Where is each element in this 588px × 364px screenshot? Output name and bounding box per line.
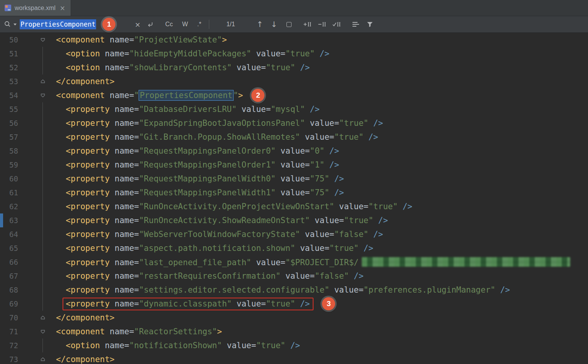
code-line[interactable]: 52 <option name="showLibraryContents" va… — [0, 61, 588, 74]
xml-file-icon — [5, 5, 11, 11]
newline-icon[interactable] — [147, 21, 154, 27]
toolbar-divider — [209, 20, 209, 29]
line-number: 69 — [0, 300, 18, 308]
fold-column — [18, 255, 56, 269]
fold-column — [18, 172, 56, 186]
editor-tab-bar: workspace.xml × — [0, 0, 588, 16]
line-number: 62 — [0, 202, 18, 211]
fold-column — [18, 283, 56, 297]
code-line[interactable]: 64 <property name="WebServerToolWindowFa… — [0, 227, 588, 241]
line-number: 54 — [0, 91, 18, 100]
search-results-list-icon[interactable] — [352, 22, 359, 27]
line-number: 68 — [0, 286, 18, 294]
search-icon[interactable] — [4, 20, 17, 28]
code-line[interactable]: 50<component name="ProjectViewState"> — [0, 33, 588, 47]
code-line[interactable]: 69 <property name="dynamic.classpath" va… — [0, 297, 588, 311]
code-line[interactable]: 54<component name="PropertiesComponent">… — [0, 88, 588, 102]
annotation-highlight-box: <property name="dynamic.classpath" value… — [63, 298, 313, 310]
redacted-path — [362, 257, 570, 267]
fold-column — [18, 144, 56, 158]
line-number: 72 — [0, 341, 18, 350]
whole-words-toggle[interactable]: W — [182, 21, 188, 28]
find-in-selection-icon[interactable] — [286, 22, 291, 27]
fold-column — [18, 130, 56, 144]
find-toolbar: PropertiesComponent 1 × Cc W .* 1/1 ↑ ↓ — [0, 16, 588, 33]
tab-workspace-xml[interactable]: workspace.xml × — [0, 0, 71, 16]
line-number: 57 — [0, 133, 18, 141]
code-line[interactable]: 53</component> — [0, 74, 588, 88]
line-number: 60 — [0, 174, 18, 183]
fold-column — [18, 213, 56, 227]
search-query-text: PropertiesComponent — [20, 19, 96, 29]
fold-column — [18, 158, 56, 172]
search-input[interactable]: PropertiesComponent 1 — [20, 18, 131, 30]
filter-icon[interactable] — [366, 21, 373, 27]
line-number: 71 — [0, 327, 18, 336]
code-line[interactable]: 62 <property name="RunOnceActivity.OpenP… — [0, 200, 588, 213]
fold-column — [18, 200, 56, 213]
annotation-badge-2: 2 — [251, 89, 264, 102]
match-case-toggle[interactable]: Cc — [165, 21, 173, 28]
line-number: 53 — [0, 77, 18, 86]
regex-toggle[interactable]: .* — [197, 21, 202, 28]
fold-column — [18, 102, 56, 116]
code-line[interactable]: 58 <property name="RequestMappingsPanelO… — [0, 144, 588, 158]
code-line[interactable]: 61 <property name="RequestMappingsPanelW… — [0, 186, 588, 200]
code-line[interactable]: 60 <property name="RequestMappingsPanelW… — [0, 172, 588, 186]
fold-column — [18, 339, 56, 352]
code-line[interactable]: 51 <option name="hideEmptyMiddlePackages… — [0, 47, 588, 61]
fold-column — [18, 227, 56, 241]
line-number: 58 — [0, 147, 18, 155]
fold-column — [18, 297, 56, 311]
line-number: 50 — [0, 36, 18, 44]
code-line[interactable]: 57 <property name="Git.Branch.Popup.Show… — [0, 130, 588, 144]
code-line[interactable]: 73</component> — [0, 352, 588, 364]
fold-column — [18, 269, 56, 283]
code-line[interactable]: 71<component name="ReactorSettings"> — [0, 325, 588, 339]
fold-column — [18, 186, 56, 200]
match-count: 1/1 — [226, 21, 235, 28]
line-number: 70 — [0, 313, 18, 322]
annotation-badge-1: 1 — [102, 18, 115, 31]
line-number: 52 — [0, 63, 18, 72]
remove-occurrence-icon[interactable] — [317, 21, 326, 28]
line-number: 51 — [0, 49, 18, 58]
prev-match-icon[interactable]: ↑ — [257, 20, 263, 29]
code-line[interactable]: 59 <property name="RequestMappingsPanelO… — [0, 158, 588, 172]
code-lines: 50<component name="ProjectViewState">51 … — [0, 33, 588, 364]
code-line[interactable]: 63 <property name="RunOnceActivity.ShowR… — [0, 213, 588, 227]
ide-window: workspace.xml × PropertiesComponent 1 × … — [0, 0, 588, 364]
next-match-icon[interactable]: ↓ — [271, 20, 277, 29]
line-number: 64 — [0, 230, 18, 239]
line-number: 67 — [0, 272, 18, 280]
fold-start-icon[interactable] — [18, 88, 56, 102]
fold-end-icon[interactable] — [18, 74, 56, 88]
tab-close-icon[interactable]: × — [60, 4, 65, 12]
line-number: 61 — [0, 188, 18, 197]
code-line[interactable]: 66 <property name="last_opened_file_path… — [0, 255, 588, 269]
fold-start-icon[interactable] — [18, 33, 56, 47]
code-line[interactable]: 65 <property name="aspect.path.notificat… — [0, 241, 588, 255]
code-line[interactable]: 70</component> — [0, 311, 588, 325]
fold-start-icon[interactable] — [18, 325, 56, 339]
code-line[interactable]: 67 <property name="restartRequiresConfir… — [0, 269, 588, 283]
fold-end-icon[interactable] — [18, 311, 56, 325]
line-number: 59 — [0, 161, 18, 169]
code-line[interactable]: 68 <property name="settings.editor.selec… — [0, 283, 588, 297]
line-number: 56 — [0, 119, 18, 127]
fold-end-icon[interactable] — [18, 352, 56, 364]
select-all-occurrences-icon[interactable] — [332, 21, 341, 28]
code-editor[interactable]: 50<component name="ProjectViewState">51 … — [0, 33, 588, 364]
code-line[interactable]: 55 <property name="DatabaseDriversLRU" v… — [0, 102, 588, 116]
fold-column — [18, 61, 56, 74]
code-line[interactable]: 56 <property name="ExpandSpringBootJavaO… — [0, 116, 588, 130]
fold-column — [18, 47, 56, 61]
fold-column — [18, 116, 56, 130]
clear-search-icon[interactable]: × — [135, 20, 141, 29]
line-number: 55 — [0, 105, 18, 113]
fold-column — [18, 241, 56, 255]
line-number: 73 — [0, 355, 18, 364]
gutter-highlight-marker — [0, 213, 3, 227]
code-line[interactable]: 72 <option name="notificationShown" valu… — [0, 339, 588, 352]
add-occurrence-icon[interactable] — [302, 21, 312, 28]
